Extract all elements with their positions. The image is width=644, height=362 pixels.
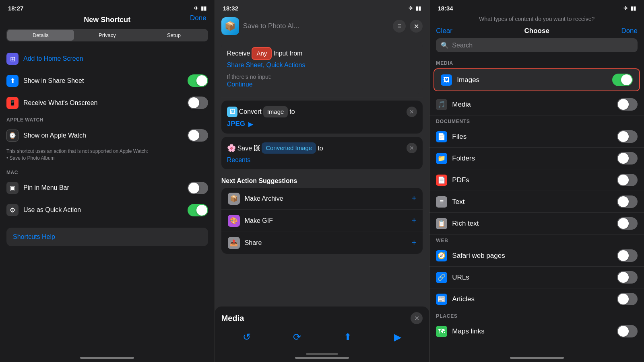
share-sug-icon: 📤 (228, 237, 240, 249)
tab-privacy[interactable]: Privacy (74, 30, 141, 41)
rich-text-toggle[interactable] (617, 217, 638, 230)
files-toggle[interactable] (617, 130, 638, 143)
media-row[interactable]: 🎵 Media (429, 94, 644, 115)
continue-link[interactable]: Continue (227, 81, 253, 88)
sheet-close-btn[interactable]: ✕ (411, 312, 423, 324)
add-home-label: Add to Home Screen (23, 55, 208, 62)
save-photo-icon: 🖼 (254, 143, 260, 154)
right-panel: 18:34 ✈ ▮▮ What types of content do you … (429, 0, 644, 362)
segment-control[interactable]: Details Privacy Setup (6, 29, 208, 41)
suggestion-share[interactable]: 📤 Share + (221, 232, 423, 254)
articles-toggle[interactable] (617, 293, 638, 305)
articles-icon: 📰 (436, 294, 447, 305)
status-icons-mid: ✈ ▮▮ (409, 5, 421, 11)
jpeg-arrow[interactable]: ▶ (248, 120, 253, 128)
text-toggle[interactable] (617, 195, 638, 208)
pdfs-label: PDFs (452, 176, 617, 184)
media-bottom-sheet: Media ✕ ↺ ⟳ ⬆ ▶ (215, 306, 429, 362)
safari-label: Safari web pages (452, 252, 617, 260)
choose-label: Choose (524, 27, 549, 35)
maps-toggle[interactable] (617, 325, 638, 337)
urls-row[interactable]: 🔗 URLs (429, 267, 644, 288)
quick-action-icon: ⚙ (6, 204, 19, 216)
pin-menu-icon: ▣ (6, 182, 19, 194)
pdfs-row[interactable]: 📄 PDFs (429, 169, 644, 191)
close-icon-btn[interactable]: ✕ (410, 20, 423, 33)
rich-text-row[interactable]: 📋 Rich text (429, 213, 644, 234)
files-label: Files (452, 133, 617, 141)
safari-toggle[interactable] (617, 249, 638, 262)
receive-onscreen-toggle[interactable] (188, 97, 208, 109)
text-row[interactable]: ≡ Text (429, 191, 644, 213)
media-share-btn[interactable]: ⬆ (344, 331, 352, 343)
quick-action-toggle[interactable] (188, 204, 208, 216)
images-row-highlighted[interactable]: 🖼 Images (433, 68, 640, 91)
suggestion-make-gif[interactable]: 🎨 Make GIF + (221, 210, 423, 232)
images-toggle[interactable] (612, 74, 633, 86)
search-bar[interactable]: 🔍 Search (436, 38, 638, 52)
archive-icon: 📦 (228, 193, 240, 205)
images-row[interactable]: 🖼 Images (434, 69, 639, 90)
share-sheet-link[interactable]: Share Sheet, Quick Actions (227, 62, 305, 68)
done-button-right[interactable]: Done (621, 27, 638, 35)
folders-row[interactable]: 📁 Folders (429, 148, 644, 169)
maps-row[interactable]: 🗺 Maps links (429, 321, 644, 342)
mid-panel: 18:32 ✈ ▮▮ 📦 Save to Photo Al... ≡ ✕ Rec… (215, 0, 430, 362)
list-item-apple-watch[interactable]: ⌚ Show on Apple Watch (0, 124, 215, 146)
time-left: 18:27 (8, 5, 23, 12)
done-button-left[interactable]: Done (190, 14, 206, 22)
list-item-pin-menu[interactable]: ▣ Pin in Menu Bar (0, 177, 215, 199)
mid-header: 📦 Save to Photo Al... ≡ ✕ (215, 14, 429, 38)
shortcuts-help-button[interactable]: Shortcuts Help (6, 228, 208, 246)
suggestion-make-archive[interactable]: 📦 Make Archive + (221, 188, 423, 210)
text-label: Text (452, 198, 617, 206)
clear-button[interactable]: Clear (436, 27, 452, 35)
tab-setup[interactable]: Setup (140, 30, 207, 41)
apple-watch-label-item: Show on Apple Watch (23, 132, 188, 139)
airplane-icon-left: ✈ (194, 5, 198, 11)
pdfs-icon: 📄 (436, 175, 447, 186)
apple-watch-toggle[interactable] (188, 129, 208, 142)
list-item-receive-onscreen[interactable]: 📱 Receive What's Onscreen (0, 92, 215, 114)
receive-onscreen-label: Receive What's Onscreen (23, 99, 188, 107)
apple-watch-label: APPLE WATCH (0, 114, 215, 124)
pin-menu-toggle[interactable] (188, 182, 208, 194)
folders-toggle[interactable] (617, 152, 638, 165)
list-item-show-share[interactable]: ⬆ Show in Share Sheet (0, 70, 215, 92)
recents-tag[interactable]: Recents (227, 156, 251, 163)
share-plus[interactable]: + (412, 238, 417, 247)
rich-text-icon: 📋 (436, 218, 447, 229)
media-play-btn[interactable]: ▶ (394, 331, 401, 343)
safari-row[interactable]: 🧭 Safari web pages (429, 245, 644, 267)
status-bar-right: 18:34 ✈ ▮▮ (429, 0, 644, 14)
any-tag[interactable]: Any (252, 47, 272, 60)
files-row[interactable]: 📄 Files (429, 126, 644, 148)
media-toggle[interactable] (617, 98, 638, 111)
airplane-icon-mid: ✈ (409, 5, 413, 11)
images-label: Images (457, 76, 612, 84)
pdfs-toggle[interactable] (617, 174, 638, 186)
converted-image-tag[interactable]: Converted Image (262, 142, 316, 154)
media-replay-btn[interactable]: ↺ (243, 331, 251, 343)
jpeg-tag[interactable]: JPEG (227, 120, 245, 128)
gif-plus[interactable]: + (412, 216, 417, 225)
media-back-btn[interactable]: ⟳ (293, 331, 301, 343)
save-close[interactable]: ✕ (407, 143, 417, 153)
urls-toggle[interactable] (617, 271, 638, 284)
maps-label: Maps links (452, 327, 617, 335)
status-bar-left: 18:27 ✈ ▮▮ (0, 0, 215, 14)
images-icon: 🖼 (441, 74, 452, 86)
pin-menu-label: Pin in Menu Bar (23, 184, 188, 191)
tab-details[interactable]: Details (7, 30, 74, 41)
articles-row[interactable]: 📰 Articles (429, 288, 644, 310)
settings-icon-btn[interactable]: ≡ (393, 20, 406, 33)
archive-plus[interactable]: + (412, 194, 417, 203)
list-item-quick-action[interactable]: ⚙ Use as Quick Action (0, 199, 215, 221)
convert-close[interactable]: ✕ (407, 107, 417, 117)
list-item-add-home[interactable]: ⊞ Add to Home Screen (0, 48, 215, 70)
save-label: Save (237, 143, 252, 154)
left-panel: 18:27 ✈ ▮▮ New Shortcut Done Details Pri… (0, 0, 215, 362)
image-tag[interactable]: Image (263, 106, 288, 117)
show-share-toggle[interactable] (188, 74, 208, 87)
sheet-header: Media ✕ (221, 312, 423, 324)
